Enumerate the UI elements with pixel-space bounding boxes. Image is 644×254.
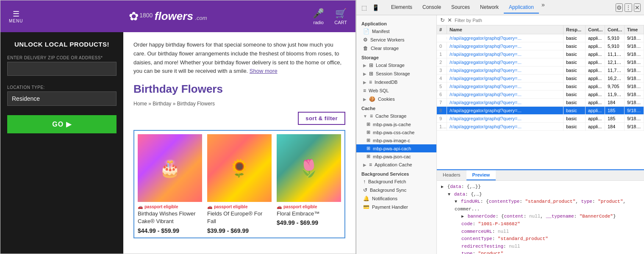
tab-preview[interactable]: Preview bbox=[466, 170, 496, 180]
clear-filter-button[interactable]: ✕ bbox=[447, 17, 452, 23]
json-line-6: contentType: "standard_product" bbox=[441, 235, 640, 243]
row-cont2: 5,910 bbox=[605, 34, 625, 42]
row-cont1: appli... bbox=[586, 58, 605, 66]
row-name: /r/api/aggregator/graphql?query=... bbox=[447, 91, 564, 98]
show-more-link[interactable]: Show more bbox=[250, 68, 278, 74]
app-cache-icon: ≡ bbox=[369, 162, 372, 168]
tab-headers[interactable]: Headers bbox=[437, 170, 466, 180]
sidebar-item-bg-fetch[interactable]: ↑ Background Fetch bbox=[356, 177, 436, 186]
inspect-button[interactable]: ⬚ bbox=[360, 3, 369, 12]
row-time: 9/18/... bbox=[625, 66, 644, 74]
network-header: # Name Resp... Cont... Cont... Time bbox=[437, 25, 644, 34]
local-storage-arrow: ▶ bbox=[363, 63, 366, 68]
json-line-2: ▼ findURL: {contentType: "standard_produ… bbox=[441, 198, 640, 213]
network-row-7[interactable]: 6 /r/api/aggregator/graphql?query=... ba… bbox=[437, 91, 644, 99]
microphone-icon: 🎤 bbox=[313, 8, 324, 19]
indexed-db-arrow: ▶ bbox=[363, 80, 366, 85]
product-card-3[interactable]: 🌷 🚗 passport eligible Floral Embrace™ $4… bbox=[277, 134, 341, 234]
zip-input[interactable] bbox=[7, 62, 117, 76]
sidebar-item-app-cache[interactable]: ▶ ≡ Application Cache bbox=[356, 160, 436, 169]
network-row-6[interactable]: 5 /r/api/aggregator/graphql?query=... ba… bbox=[437, 83, 644, 91]
sidebar-item-service-workers[interactable]: ⚙ Service Workers bbox=[356, 36, 436, 44]
radio-button[interactable]: 🎤 radio bbox=[313, 8, 324, 25]
network-row-0[interactable]: /r/api/aggregator/graphql?query=... basi… bbox=[437, 34, 644, 42]
product-card-2[interactable]: 🌻 🚗 passport eligible Fields Of Europe® … bbox=[207, 134, 272, 234]
go-button[interactable]: GO ▶ bbox=[7, 115, 117, 133]
filter-input[interactable] bbox=[455, 18, 641, 23]
settings-button[interactable]: ⚙ bbox=[616, 3, 623, 12]
cache-section-title: Cache bbox=[356, 103, 436, 112]
expand-arrow-0[interactable]: ▶ bbox=[441, 185, 444, 189]
sidebar-item-pwa-js[interactable]: ⊞ mbp-pwa-js-cache bbox=[356, 120, 436, 128]
network-row-4[interactable]: 3 /r/api/aggregator/graphql?query=... ba… bbox=[437, 66, 644, 75]
cache-storage-arrow: ▼ bbox=[363, 114, 367, 119]
sidebar-item-pwa-css[interactable]: ⊞ mbp-pwa-css-cache bbox=[356, 128, 436, 136]
row-name: /r/api/aggregator/graphql?query=... bbox=[447, 66, 564, 74]
passport-badge-2: 🚗 passport eligible bbox=[207, 204, 272, 209]
more-options-button[interactable]: ⋮ bbox=[625, 3, 632, 12]
network-row-2[interactable]: 1 /r/api/aggregator/graphql?query=... ba… bbox=[437, 50, 644, 58]
sidebar-item-cookies[interactable]: ▶ 🍪 Cookies bbox=[356, 95, 436, 103]
row-num: 1 bbox=[437, 50, 447, 58]
gear-icon: ⚙ bbox=[363, 37, 368, 43]
tab-elements[interactable]: Elements bbox=[386, 2, 417, 14]
row-time: 9/18/... bbox=[625, 91, 644, 98]
tab-console[interactable]: Console bbox=[417, 2, 446, 14]
expand-arrow-2[interactable]: ▼ bbox=[455, 199, 457, 204]
sidebar-item-pwa-image[interactable]: ⊞ mbp-pwa-image-c bbox=[356, 136, 436, 144]
product-name-1: Birthday Wishes Flower Cake® Vibrant bbox=[138, 210, 202, 225]
sidebar-item-notifications[interactable]: 🔔 Notifications bbox=[356, 194, 436, 203]
sidebar-item-pwa-api[interactable]: ⊞ mbp-pwa-api-cach bbox=[356, 144, 436, 152]
json-line-1: ▼ data: {,…} bbox=[441, 191, 640, 199]
tab-network[interactable]: Network bbox=[475, 2, 504, 14]
expand-arrow-1[interactable]: ▼ bbox=[448, 192, 450, 197]
tab-application[interactable]: Application bbox=[504, 2, 539, 14]
close-button[interactable]: ✕ bbox=[634, 3, 641, 12]
row-cont2: 184 bbox=[605, 123, 625, 130]
clear-storage-icon: 🗑 bbox=[363, 45, 368, 51]
site-logo[interactable]: ✿ 1800 flowers .com bbox=[129, 9, 207, 23]
expand-arrow-3[interactable]: ▶ bbox=[461, 214, 464, 219]
product-image-3: 🌷 bbox=[277, 134, 341, 202]
row-resp: basic bbox=[564, 50, 586, 58]
more-tabs-button[interactable]: » bbox=[539, 2, 547, 14]
sidebar-item-clear-storage[interactable]: 🗑 Clear storage bbox=[356, 44, 436, 52]
header-resp: Resp... bbox=[564, 25, 586, 34]
sidebar-item-bg-sync[interactable]: ↺ Background Sync bbox=[356, 186, 436, 194]
network-row-5[interactable]: 4 /r/api/aggregator/graphql?query=... ba… bbox=[437, 75, 644, 83]
storage-section-title: Storage bbox=[356, 52, 436, 61]
device-button[interactable]: 📱 bbox=[370, 3, 381, 12]
sort-filter-button[interactable]: sort & filter bbox=[298, 112, 345, 125]
tab-sources[interactable]: Sources bbox=[446, 2, 475, 14]
network-row-10[interactable]: 9 /r/api/aggregator/graphql?query=... ba… bbox=[437, 115, 644, 123]
location-select[interactable]: Residence Business bbox=[7, 91, 117, 106]
sidebar-item-session-storage[interactable]: ▶ ⊞ Session Storage bbox=[356, 69, 436, 78]
sidebar-item-indexed-db[interactable]: ▶ ≡ IndexedDB bbox=[356, 78, 436, 86]
location-label: LOCATION TYPE: bbox=[7, 85, 117, 90]
preview-content: ▶ {data: {,…}} ▼ data: {,…} ▼ findURL: {… bbox=[437, 181, 644, 254]
json-line-5: commerceURL: null bbox=[441, 228, 640, 236]
row-resp: basic bbox=[564, 107, 586, 114]
network-row-1[interactable]: 0 /r/api/aggregator/graphql?query=... ba… bbox=[437, 42, 644, 50]
network-row-9[interactable]: 8 /r/api/aggregator/graphql?query=... ba… bbox=[437, 107, 644, 115]
passport-icon-2: 🚗 bbox=[207, 204, 212, 209]
row-cont1: appli... bbox=[586, 75, 605, 82]
menu-button[interactable]: ☰ MENU bbox=[9, 9, 23, 23]
product-card-1[interactable]: 🎂 🚗 passport eligible Birthday Wishes Fl… bbox=[138, 134, 202, 234]
row-time: 9/18/... bbox=[625, 99, 644, 106]
sidebar-item-payment-handler[interactable]: 💳 Payment Handler bbox=[356, 203, 436, 211]
cart-button[interactable]: 🛒 CART bbox=[334, 8, 347, 25]
row-cont2: 184 bbox=[605, 99, 625, 106]
sidebar-item-cache-storage[interactable]: ▼ ≡ Cache Storage bbox=[356, 112, 436, 120]
network-row-3[interactable]: 2 /r/api/aggregator/graphql?query=... ba… bbox=[437, 58, 644, 66]
sidebar-item-web-sql[interactable]: ≡ Web SQL bbox=[356, 86, 436, 95]
network-row-8[interactable]: 7 /r/api/aggregator/graphql?query=... ba… bbox=[437, 99, 644, 107]
row-cont1: appli... bbox=[586, 115, 605, 122]
sidebar-item-manifest[interactable]: 📄 Manifest bbox=[356, 27, 436, 36]
network-row-11[interactable]: 10 /r/api/aggregator/graphql?query=... b… bbox=[437, 123, 644, 131]
refresh-button[interactable]: ↻ bbox=[440, 17, 445, 23]
sidebar-item-local-storage[interactable]: ▶ ⊞ Local Storage bbox=[356, 61, 436, 69]
bottom-tabs: Headers Preview bbox=[437, 170, 644, 181]
sidebar-item-pwa-json[interactable]: ⊞ mbp-pwa-json-cac bbox=[356, 152, 436, 160]
delivery-sidebar: UNLOCK LOCAL PRODUCTS! ENTER DELIVERY ZI… bbox=[0, 32, 123, 254]
